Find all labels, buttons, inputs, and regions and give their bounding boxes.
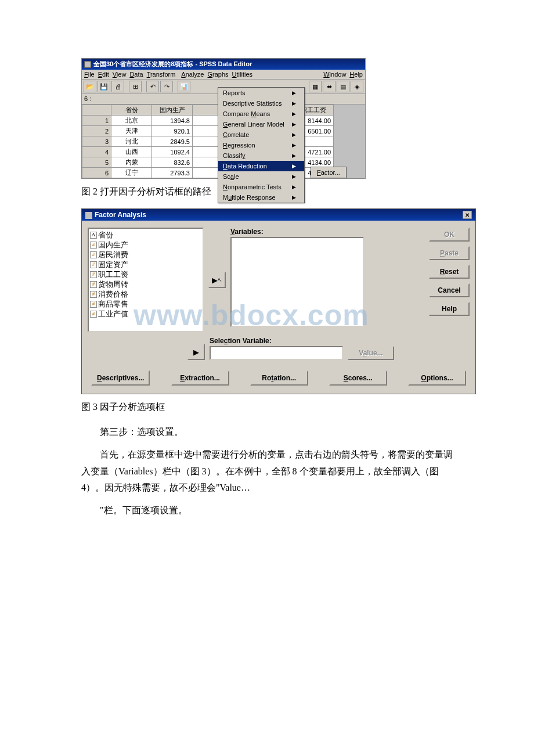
menu-data-reduction[interactable]: Data Reduction▶ (218, 161, 304, 171)
menu-reports[interactable]: Reports▶ (218, 88, 304, 98)
list-item: #职工工资 (90, 269, 201, 279)
analyze-dropdown: Reports▶ Descriptive Statistics▶ Compare… (218, 87, 305, 203)
reset-button[interactable]: Reset (429, 265, 470, 279)
list-item: #居民消费 (90, 250, 201, 260)
list-item: #固定资产 (90, 260, 201, 269)
menu-view[interactable]: View (113, 71, 127, 78)
move-sel-button[interactable]: ▶ (187, 344, 205, 360)
paragraph-cont: "栏。下面逐项设置。 (81, 502, 453, 519)
menu-data[interactable]: Data (129, 71, 143, 78)
dialog-icon (85, 212, 92, 219)
variables-listbox[interactable] (230, 237, 364, 327)
app-icon (84, 61, 91, 68)
help-button[interactable]: Help (429, 302, 470, 316)
menu-correlate[interactable]: Correlate▶ (218, 129, 304, 140)
menu-factor[interactable]: Factor... (317, 169, 340, 176)
move-right-button[interactable]: ▶↖ (208, 272, 226, 288)
menu-descriptive[interactable]: Descriptive Statistics▶ (218, 98, 304, 109)
arrow-right-icon: ▶ (292, 174, 296, 179)
descriptives-button[interactable]: Descriptives... (91, 370, 150, 386)
options-button[interactable]: Options... (408, 370, 466, 386)
selection-variable-label: Selection Variable: (210, 337, 343, 345)
dialog-recall-icon[interactable]: ⊞ (129, 81, 142, 92)
value-button[interactable]: Value... (348, 346, 394, 360)
menu-window[interactable]: Window (323, 71, 346, 78)
numeric-var-icon: # (90, 242, 97, 249)
numeric-var-icon: # (90, 311, 97, 318)
tool-icon-2[interactable]: ⬌ (323, 81, 335, 92)
undo-icon[interactable]: ↶ (146, 81, 159, 92)
paragraph-body: 首先，在源变量框中选中需要进行分析的变量，点击右边的箭头符号，将需要的变量调入变… (81, 447, 453, 496)
string-var-icon: A (90, 232, 97, 239)
list-item: A省份 (90, 230, 201, 240)
list-item: #商品零售 (90, 299, 201, 309)
arrow-right-icon: ▶ (292, 142, 296, 148)
arrow-right-icon: ▶ (292, 163, 296, 169)
arrow-right-icon: ▶ (292, 184, 296, 190)
menu-file[interactable]: File (84, 71, 95, 78)
tool-icon-3[interactable]: ▤ (337, 81, 349, 92)
menu-regression[interactable]: Regression▶ (218, 140, 304, 150)
menu-compare-means[interactable]: Compare Means▶ (218, 109, 304, 119)
menu-utilities[interactable]: Utilities (232, 71, 252, 78)
spss-editor-figure: 全国30个省市区经济发展的8项指标 - SPSS Data Editor Fil… (81, 58, 453, 179)
row-header-blank (82, 105, 111, 116)
list-item: #工业产值 (90, 309, 201, 319)
list-item: #货物周转 (90, 279, 201, 289)
arrow-right-icon: ▶ (292, 132, 296, 138)
arrow-right-icon: ▶ (292, 195, 296, 200)
list-item: #国内生产 (90, 240, 201, 250)
menu-multiple-response[interactable]: Multiple Response▶ (218, 192, 304, 203)
print-icon[interactable]: 🖨 (111, 81, 124, 92)
numeric-var-icon: # (90, 281, 97, 288)
close-button[interactable]: ✕ (463, 211, 472, 219)
extraction-button[interactable]: Extraction... (171, 370, 229, 386)
open-icon[interactable]: 📂 (84, 81, 96, 92)
arrow-right-icon: ▶ (292, 90, 296, 96)
selection-variable-box[interactable] (210, 346, 343, 360)
numeric-var-icon: # (90, 291, 97, 298)
col-gdp[interactable]: 国内生产 (152, 105, 193, 116)
menu-graphs[interactable]: Graphs (207, 71, 228, 78)
paragraph-step: 第三步：选项设置。 (81, 424, 453, 441)
list-item: #消费价格 (90, 289, 201, 299)
rotation-button[interactable]: Rotation... (250, 370, 308, 386)
menu-help[interactable]: Help (349, 71, 363, 78)
arrow-right-icon: ▶ (292, 153, 296, 159)
menu-bar: File Edit View Data Transform Analyze Gr… (82, 70, 365, 80)
source-variables-list[interactable]: A省份 #国内生产 #居民消费 #固定资产 #职工工资 #货物周转 #消费价格 … (88, 228, 204, 332)
ok-button[interactable]: OK (429, 228, 470, 242)
cancel-button[interactable]: Cancel (429, 283, 470, 297)
scores-button[interactable]: Scores... (329, 370, 387, 386)
menu-classify[interactable]: Classify▶ (218, 150, 304, 161)
menu-glm[interactable]: General Linear Model▶ (218, 119, 304, 129)
variables-label: Variables: (230, 228, 424, 236)
redo-icon[interactable]: ↷ (160, 81, 173, 92)
save-icon[interactable]: 💾 (98, 81, 110, 92)
figure-caption-3: 图 3 因子分析选项框 (81, 401, 453, 413)
menu-edit[interactable]: Edit (98, 71, 109, 78)
numeric-var-icon: # (90, 261, 97, 268)
data-reduction-submenu: Factor... (311, 167, 347, 178)
factor-dialog-figure: Factor Analysis ✕ A省份 #国内生产 #居民消费 #固定资产 … (81, 208, 453, 394)
numeric-var-icon: # (90, 251, 97, 258)
chart-icon[interactable]: 📊 (178, 81, 190, 92)
arrow-right-icon: ▶ (292, 121, 296, 127)
arrow-right-icon: ▶ (292, 111, 296, 117)
col-province[interactable]: 省份 (111, 105, 152, 116)
factor-analysis-dialog: Factor Analysis ✕ A省份 #国内生产 #居民消费 #固定资产 … (81, 208, 476, 394)
window-title: 全国30个省市区经济发展的8项指标 - SPSS Data Editor (93, 60, 252, 69)
tool-icon-4[interactable]: ◈ (351, 81, 363, 92)
tool-icon-1[interactable]: ▦ (309, 81, 322, 92)
spss-titlebar: 全国30个省市区经济发展的8项指标 - SPSS Data Editor (82, 59, 365, 70)
menu-scale[interactable]: Scale▶ (218, 171, 304, 182)
dialog-titlebar: Factor Analysis ✕ (82, 209, 475, 221)
menu-analyze[interactable]: Analyze (181, 71, 204, 78)
numeric-var-icon: # (90, 271, 97, 278)
menu-transform[interactable]: Transform (147, 71, 176, 78)
arrow-right-icon: ▶ (292, 100, 296, 106)
paste-button[interactable]: Paste (429, 246, 470, 260)
menu-nonparametric[interactable]: Nonparametric Tests▶ (218, 182, 304, 192)
numeric-var-icon: # (90, 301, 97, 308)
